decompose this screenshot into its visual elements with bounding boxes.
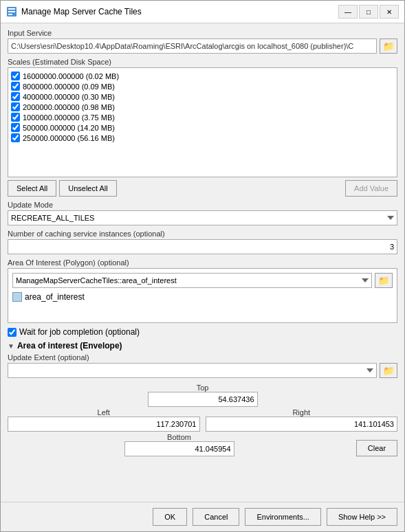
right-input[interactable] [206,417,398,432]
input-service-section: Input Service 📁 [8,29,397,54]
show-help-button[interactable]: Show Help >> [327,508,397,526]
bottom-label: Bottom [8,433,351,441]
scale-item: 500000.000000 (14.20 MB) [11,122,394,133]
scale-item: 2000000.000000 (0.98 MB) [11,102,394,112]
add-value-button[interactable]: Add Value [345,180,397,197]
scale-checkbox-6[interactable] [11,133,20,142]
update-mode-label: Update Mode [8,201,397,209]
cancel-button[interactable]: Cancel [193,508,239,526]
input-service-label: Input Service [8,29,397,37]
envelope-title: Area of interest (Envelope) [17,341,122,351]
update-extent-label: Update Extent (optional) [8,353,397,362]
update-extent-row: 📁 [8,363,397,378]
svg-rect-1 [8,8,15,10]
collapse-icon[interactable]: ▼ [8,342,14,350]
window-icon [6,6,17,17]
aoi-browse-button[interactable]: 📁 [375,273,393,288]
right-label: Right [206,408,398,417]
window-title: Manage Map Server Cache Tiles [21,7,338,16]
scale-item: 250000.000000 (56.16 MB) [11,133,394,143]
input-service-field[interactable] [8,38,377,54]
right-section: Right [206,408,398,432]
minimize-button[interactable]: — [338,5,358,19]
bottom-input[interactable] [124,441,234,456]
clear-button[interactable]: Clear [356,440,397,456]
left-input[interactable] [8,417,200,432]
caching-instances-label: Number of caching service instances (opt… [8,230,397,238]
envelope-header: ▼ Area of interest (Envelope) [8,341,397,351]
maximize-button[interactable]: □ [359,5,378,19]
scale-label-4[interactable]: 1000000.000000 (3.75 MB) [23,113,115,122]
coordinate-section: Top Left Right [8,384,397,456]
unselect-all-button[interactable]: Unselect All [59,180,116,197]
envelope-section: ▼ Area of interest (Envelope) Update Ext… [8,341,397,456]
footer: OK Cancel Environments... Show Help >> [1,502,404,531]
aoi-polygon-label: Area Of Interest (Polygon) (optional) [8,258,397,267]
top-label: Top [8,384,397,392]
wait-checkbox[interactable] [8,328,17,337]
scales-label: Scales (Estimated Disk Space) [8,58,397,66]
update-extent-folder-icon: 📁 [383,366,395,376]
svg-rect-2 [8,11,15,12]
update-extent-select[interactable] [8,363,377,378]
scale-item: 1000000.000000 (3.75 MB) [11,112,394,122]
main-content: Input Service 📁 Scales (Estimated Disk S… [1,23,404,502]
scale-label-2[interactable]: 4000000.000000 (0.30 MB) [23,93,115,101]
update-mode-select[interactable]: RECREATE_ALL_TILESRECREATE_EMPTY_TILESDE… [8,210,397,225]
input-service-browse-button[interactable]: 📁 [380,38,397,54]
top-input[interactable] [148,392,258,407]
aoi-box-icon [12,292,22,302]
scale-label-6[interactable]: 250000.000000 (56.16 MB) [23,134,115,142]
caching-instances-section: Number of caching service instances (opt… [8,230,397,254]
bottom-clear-section: Bottom Clear [8,433,397,456]
caching-instances-input[interactable] [8,239,397,254]
scale-label-0[interactable]: 16000000.000000 (0.02 MB) [23,72,119,80]
scales-section: Scales (Estimated Disk Space) 16000000.0… [8,58,397,197]
scale-checkbox-4[interactable] [11,113,20,122]
bottom-section: Bottom [8,433,351,456]
update-extent-section: Update Extent (optional) 📁 [8,353,397,378]
scale-label-3[interactable]: 2000000.000000 (0.98 MB) [23,103,115,111]
top-section: Top [8,384,397,407]
aoi-folder-icon: 📁 [378,276,390,286]
left-right-section: Left Right [8,408,397,432]
scale-checkbox-5[interactable] [11,123,20,132]
svg-rect-3 [8,14,12,15]
scale-label-5[interactable]: 500000.000000 (14.20 MB) [23,124,115,132]
scale-label-1[interactable]: 8000000.000000 (0.09 MB) [23,82,115,91]
scale-checkbox-1[interactable] [11,82,20,91]
scale-item: 8000000.000000 (0.09 MB) [11,81,394,91]
ok-button[interactable]: OK [153,508,187,526]
aoi-item-label: area_of_interest [25,292,85,302]
scales-list: 16000000.000000 (0.02 MB)8000000.000000 … [8,67,397,177]
environments-button[interactable]: Environments... [245,508,320,526]
update-mode-section: Update Mode RECREATE_ALL_TILESRECREATE_E… [8,201,397,225]
scale-checkbox-3[interactable] [11,102,20,111]
aoi-polygon-select[interactable]: ManageMapServerCacheTiles::area_of_inter… [12,273,372,288]
left-section: Left [8,408,200,432]
close-button[interactable]: ✕ [380,5,399,19]
input-service-row: 📁 [8,38,397,54]
left-label: Left [8,408,200,417]
wait-checkbox-label[interactable]: Wait for job completion (optional) [19,327,140,337]
folder-icon: 📁 [383,41,395,52]
scale-checkbox-0[interactable] [11,71,20,80]
update-extent-browse-button[interactable]: 📁 [380,363,397,378]
title-bar: Manage Map Server Cache Tiles — □ ✕ [1,1,404,23]
scale-item: 4000000.000000 (0.30 MB) [11,91,394,102]
aoi-polygon-box: ManageMapServerCacheTiles::area_of_inter… [8,268,397,323]
wait-checkbox-section: Wait for job completion (optional) [8,327,397,337]
scales-btn-row: Select All Unselect All Add Value [8,180,397,197]
aoi-polygon-section: Area Of Interest (Polygon) (optional) Ma… [8,258,397,323]
select-all-button[interactable]: Select All [8,180,56,197]
scale-item: 16000000.000000 (0.02 MB) [11,71,394,81]
aoi-dropdown-row: ManageMapServerCacheTiles::area_of_inter… [12,273,393,288]
scale-checkbox-2[interactable] [11,92,20,101]
aoi-item: area_of_interest [12,292,393,302]
window-controls: — □ ✕ [338,5,399,19]
